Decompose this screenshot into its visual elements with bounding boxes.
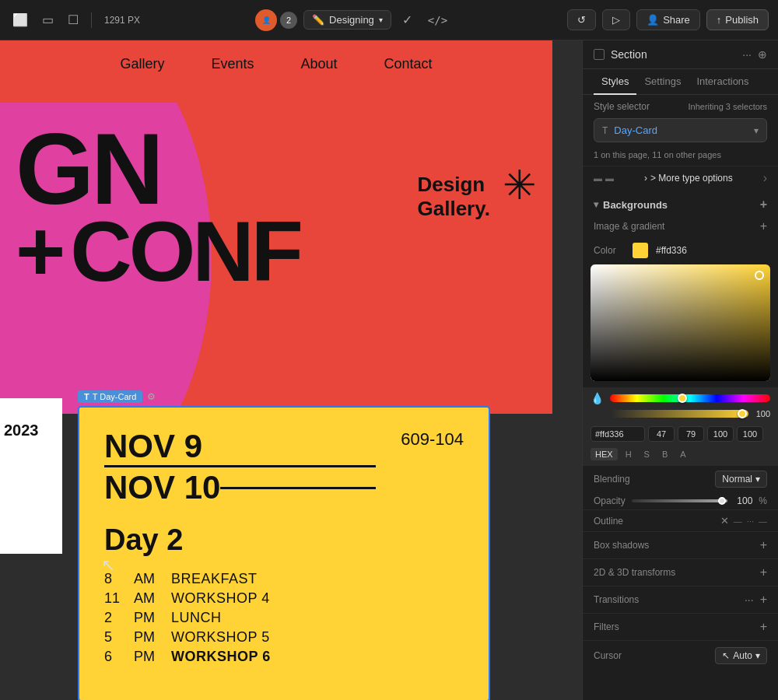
hue-slider[interactable] bbox=[610, 394, 770, 402]
nav-about[interactable]: About bbox=[300, 56, 337, 72]
color-mode-row: HEX H S B A bbox=[583, 446, 778, 465]
day-card-wrapper[interactable]: T T Day-Card ⚙ NOV 9 NOV 10 bbox=[78, 390, 490, 700]
tab-settings[interactable]: Settings bbox=[636, 69, 689, 95]
color-mode-b[interactable]: B bbox=[657, 448, 672, 460]
opacity-value: 100 bbox=[734, 495, 752, 506]
code-icon[interactable]: </> bbox=[423, 11, 452, 30]
settings-icon[interactable]: ⚙ bbox=[147, 391, 156, 402]
blending-select[interactable]: Normal ▾ bbox=[715, 471, 767, 488]
transforms-add-icon[interactable]: + bbox=[760, 565, 767, 579]
sched-time-3: PM bbox=[134, 629, 165, 646]
tablet-icon[interactable]: ⬜ bbox=[9, 9, 31, 30]
section-actions: ··· ⊕ bbox=[742, 48, 767, 61]
backgrounds-collapse-icon[interactable]: ▾ bbox=[594, 199, 598, 210]
cursor-label: Cursor bbox=[594, 650, 622, 661]
share-icon: 👤 bbox=[647, 14, 659, 26]
box-shadows-add-icon[interactable]: + bbox=[760, 538, 767, 552]
star-icon: ✳ bbox=[503, 165, 537, 205]
style-dropdown[interactable]: T Day-Card ▾ bbox=[594, 118, 767, 142]
avatar-group: 👤 2 bbox=[255, 9, 297, 31]
opacity-slider[interactable] bbox=[611, 410, 748, 418]
nav-gallery[interactable]: Gallery bbox=[120, 56, 164, 72]
transitions-label: Transitions bbox=[594, 594, 639, 605]
section-header: Section ··· ⊕ bbox=[583, 40, 778, 69]
cursor-value: Auto bbox=[733, 650, 752, 661]
opacity-slider-main[interactable] bbox=[632, 499, 728, 502]
sched-num-3: 5 bbox=[104, 629, 128, 646]
color-mode-a[interactable]: A bbox=[675, 448, 690, 460]
color-mode-h[interactable]: H bbox=[621, 448, 636, 460]
eyedropper-icon[interactable]: 💧 bbox=[591, 392, 604, 404]
hex-input[interactable] bbox=[591, 426, 645, 442]
canvas-area[interactable]: Gallery Events About Contact GN + CONF D… bbox=[0, 40, 582, 700]
outline-x-btn[interactable]: ✕ bbox=[720, 515, 729, 527]
headline-plus: + bbox=[16, 212, 62, 289]
s-input[interactable] bbox=[678, 426, 704, 442]
sched-time-2: PM bbox=[134, 610, 165, 626]
site-logo: Design Gallery. ✳ bbox=[418, 173, 490, 221]
schedule-row-1: 11 AM WORKSHOP 4 bbox=[104, 590, 464, 607]
a-input[interactable] bbox=[737, 426, 763, 442]
mouse-cursor: ↖ bbox=[101, 555, 115, 576]
add-child-icon[interactable]: ⊕ bbox=[758, 48, 767, 61]
blending-label: Blending bbox=[594, 474, 630, 485]
more-type-options-btn[interactable]: › > More type options bbox=[644, 173, 733, 184]
section-title: Section bbox=[611, 48, 647, 61]
bg-image-add-btn[interactable]: + bbox=[760, 219, 767, 233]
schedule-row-3: 5 PM WORKSHOP 5 bbox=[104, 629, 464, 646]
play-button[interactable]: ▷ bbox=[602, 9, 630, 30]
mobile-icon[interactable]: ☐ bbox=[65, 9, 82, 30]
section-checkbox[interactable] bbox=[594, 49, 605, 60]
transitions-more-icon[interactable]: ··· bbox=[745, 593, 754, 606]
filters-add-btn[interactable]: + bbox=[760, 620, 767, 634]
transitions-row[interactable]: Transitions ··· + bbox=[583, 586, 778, 613]
transforms-row[interactable]: 2D & 3D transforms + bbox=[583, 558, 778, 586]
more-options-icon[interactable]: ··· bbox=[742, 48, 752, 61]
b-input[interactable] bbox=[707, 426, 734, 442]
opacity-thumb bbox=[738, 409, 747, 418]
backgrounds-add-btn[interactable]: + bbox=[760, 198, 767, 212]
cursor-row: Cursor ↖ Auto ▾ bbox=[583, 640, 778, 670]
refresh-button[interactable]: ↺ bbox=[567, 9, 596, 30]
color-label: Color bbox=[594, 245, 625, 256]
card-date2-underline bbox=[220, 487, 376, 489]
day-card[interactable]: NOV 9 NOV 10 609-104 Day 2 bbox=[78, 406, 490, 700]
percent-sign: % bbox=[759, 495, 767, 506]
outline-label: Outline bbox=[594, 516, 623, 527]
cursor-select[interactable]: ↖ Auto ▾ bbox=[715, 647, 767, 664]
color-swatch[interactable] bbox=[633, 243, 648, 258]
publish-button[interactable]: ↑ Publish bbox=[706, 9, 769, 30]
outline-dash-3: — bbox=[759, 516, 767, 526]
nav-events[interactable]: Events bbox=[211, 56, 254, 72]
color-gradient-canvas[interactable] bbox=[591, 264, 770, 381]
nav-contact[interactable]: Contact bbox=[384, 56, 433, 72]
color-picker[interactable] bbox=[591, 264, 770, 381]
h-input[interactable] bbox=[648, 426, 675, 442]
card-date2: NOV 10 bbox=[104, 471, 376, 505]
mode-selector[interactable]: ✏️ Designing ▾ bbox=[303, 10, 391, 30]
collapse-type-icon[interactable]: › bbox=[763, 171, 767, 185]
color-mode-hex[interactable]: HEX bbox=[591, 448, 618, 460]
publish-label: Publish bbox=[725, 14, 759, 26]
transitions-add-icon[interactable]: + bbox=[760, 593, 767, 607]
share-button[interactable]: 👤 Share bbox=[636, 9, 700, 30]
dropdown-left: T Day-Card bbox=[602, 124, 657, 136]
desktop-icon[interactable]: ▭ bbox=[39, 9, 57, 30]
tab-styles[interactable]: Styles bbox=[594, 69, 636, 95]
main-layout: Gallery Events About Contact GN + CONF D… bbox=[0, 40, 778, 700]
card-day: Day 2 bbox=[104, 523, 464, 557]
card-type-label: T T Day-Card bbox=[78, 390, 142, 403]
section-title-row: Section bbox=[594, 48, 647, 61]
filters-row: Filters + bbox=[583, 613, 778, 640]
color-cursor bbox=[755, 271, 764, 280]
tab-interactions[interactable]: Interactions bbox=[689, 69, 756, 95]
chevron-down-icon: ▾ bbox=[755, 474, 760, 485]
card-number: 609-104 bbox=[401, 429, 464, 450]
sched-num-2: 2 bbox=[104, 610, 128, 626]
box-shadows-row[interactable]: Box shadows + bbox=[583, 531, 778, 558]
color-mode-s[interactable]: S bbox=[640, 448, 654, 460]
color-hex: #ffd336 bbox=[656, 245, 687, 256]
user-avatar: 👤 bbox=[255, 9, 277, 31]
check-icon[interactable]: ✓ bbox=[398, 9, 417, 30]
backgrounds-label: Backgrounds bbox=[603, 199, 668, 211]
